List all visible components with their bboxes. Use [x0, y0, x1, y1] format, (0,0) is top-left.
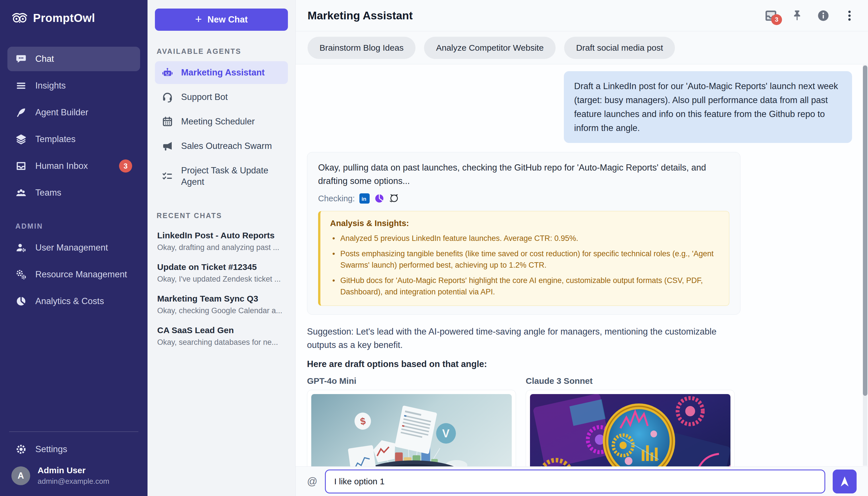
chip-analyze-competitor-website[interactable]: Analyze Competitor Website	[424, 37, 556, 59]
model-label: Claude 3 Sonnet	[526, 376, 735, 386]
admin-section-label: ADMIN	[15, 222, 132, 230]
analysis-bullet: GitHub docs for 'Auto-Magic Reports' hig…	[330, 275, 719, 297]
recent-chat-item[interactable]: Marketing Team Sync Q3 Okay, checking Go…	[155, 289, 288, 320]
recent-chat-title: Update on Ticket #12345	[157, 262, 285, 272]
sidebar-nav: Chat Insights Agent Builder Templates Hu…	[7, 47, 140, 205]
analysis-bullet: Posts emphasizing tangible benefits (lik…	[330, 248, 719, 271]
sidebar-item-label: Agent Builder	[35, 107, 88, 118]
recent-chat-title: LinkedIn Post - Auto Reports	[157, 231, 285, 240]
draft-option-gpt4o-mini: GPT-4o Mini	[307, 376, 516, 466]
human-inbox-badge: 3	[119, 159, 132, 173]
user-profile[interactable]: A Admin User admin@example.com	[7, 462, 140, 486]
sidebar-item-insights[interactable]: Insights	[7, 74, 140, 98]
page-title: Marketing Assistant	[308, 10, 413, 22]
chat-scroll-area: Draft a LinkedIn post for our 'Auto-Magi…	[296, 64, 868, 466]
scrollbar-thumb[interactable]	[863, 65, 867, 396]
recent-chat-preview: Okay, searching databases for ne...	[157, 338, 285, 347]
agent-item-meeting-scheduler[interactable]: Meeting Scheduler	[155, 110, 288, 133]
sidebar-item-label: Human Inbox	[35, 161, 88, 171]
main-area: Marketing Assistant 3 Brainstorm Blog Id…	[296, 0, 868, 496]
new-chat-button[interactable]: + New Chat	[155, 9, 288, 31]
draft-options-row: GPT-4o Mini	[307, 376, 852, 466]
chip-brainstorm-blog-ideas[interactable]: Brainstorm Blog Ideas	[308, 37, 416, 59]
kebab-menu-icon[interactable]	[843, 9, 856, 22]
sidebar-item-label: Analytics & Costs	[35, 296, 104, 306]
promptowl-logo-icon	[11, 11, 28, 25]
sidebar-divider	[9, 431, 138, 432]
header-inbox-badge: 3	[771, 14, 782, 25]
agent-name: Project Task & Update Agent	[181, 165, 281, 188]
composer-bar: @	[296, 466, 868, 496]
layers-icon	[15, 134, 27, 145]
calendar-icon	[162, 116, 173, 127]
sidebar-item-label: Templates	[35, 134, 76, 144]
recent-chat-item[interactable]: CA SaaS Lead Gen Okay, searching databas…	[155, 320, 288, 352]
assistant-intro-text: Okay, pulling data on past launches, che…	[318, 161, 729, 188]
agent-name: Meeting Scheduler	[181, 117, 255, 127]
new-chat-label: New Chat	[207, 15, 248, 25]
sidebar-item-label: Insights	[35, 81, 66, 91]
chat-header: Marketing Assistant 3	[296, 0, 868, 31]
model-label: GPT-4o Mini	[307, 376, 516, 386]
send-button[interactable]	[833, 469, 857, 493]
sidebar-item-chat[interactable]: Chat	[7, 47, 140, 71]
info-icon[interactable]	[817, 9, 830, 22]
pie-chart-icon	[15, 296, 27, 307]
feather-icon	[15, 107, 27, 118]
analysis-title: Analysis & Insights:	[330, 219, 719, 228]
generated-image-card[interactable]	[526, 390, 735, 466]
svg-text:in: in	[361, 196, 366, 202]
sidebar-item-user-management[interactable]: User Management	[7, 235, 140, 260]
at-mention-icon[interactable]: @	[307, 476, 317, 487]
suggestion-chips: Brainstorm Blog Ideas Analyze Competitor…	[296, 31, 868, 64]
user-name: Admin User	[37, 466, 109, 475]
agent-name: Marketing Assistant	[181, 67, 265, 78]
generated-image-magnifier-gears	[530, 394, 730, 466]
agent-name: Sales Outreach Swarm	[181, 141, 272, 151]
recent-chat-title: Marketing Team Sync Q3	[157, 294, 285, 304]
agent-item-project-task-update[interactable]: Project Task & Update Agent	[155, 159, 288, 193]
gears-icon	[15, 269, 27, 280]
megaphone-icon	[162, 140, 173, 152]
chat-bubble-icon	[15, 53, 27, 65]
agent-item-marketing-assistant[interactable]: Marketing Assistant	[155, 61, 288, 84]
people-icon	[15, 187, 27, 199]
checking-label: Checking:	[318, 194, 355, 203]
sidebar-item-label: User Management	[35, 243, 108, 253]
brand: PromptOwl	[7, 11, 140, 25]
sidebar-item-templates[interactable]: Templates	[7, 127, 140, 152]
admin-nav: User Management Resource Management Anal…	[7, 235, 140, 313]
draft-option-claude-3-sonnet: Claude 3 Sonnet	[526, 376, 735, 466]
chip-draft-social-media-post[interactable]: Draft social media post	[564, 37, 675, 59]
recent-chat-preview: Okay, I've updated Zendesk ticket ...	[157, 275, 285, 283]
recent-chats-label: RECENT CHATS	[157, 212, 286, 220]
linkedin-icon: in	[359, 193, 370, 204]
sidebar-item-analytics-costs[interactable]: Analytics & Costs	[7, 289, 140, 313]
sidebar-item-human-inbox[interactable]: Human Inbox 3	[7, 154, 140, 178]
generated-image-card[interactable]: $ V	[307, 390, 516, 466]
assistant-message-card: Okay, pulling data on past launches, che…	[307, 152, 740, 315]
gear-icon	[15, 444, 27, 455]
sidebar-item-label: Settings	[35, 444, 67, 454]
message-input[interactable]	[325, 469, 825, 493]
sidebar-item-label: Chat	[35, 54, 54, 64]
agent-item-support-bot[interactable]: Support Bot	[155, 86, 288, 108]
inbox-tray-icon	[15, 160, 27, 172]
sidebar-item-resource-management[interactable]: Resource Management	[7, 262, 140, 287]
user-gear-icon	[15, 242, 27, 253]
sidebar-item-teams[interactable]: Teams	[7, 181, 140, 205]
recent-chat-item[interactable]: Update on Ticket #12345 Okay, I've updat…	[155, 257, 288, 289]
recent-chat-title: CA SaaS Lead Gen	[157, 325, 285, 335]
pin-icon[interactable]	[791, 9, 804, 22]
draft-options-intro: Here are draft options based on that ang…	[307, 359, 852, 369]
sidebar-item-settings[interactable]: Settings	[7, 437, 140, 462]
recent-chat-preview: Okay, drafting and analyzing past ...	[157, 243, 285, 252]
analytics-pie-icon	[374, 193, 385, 204]
notifications-inbox-icon[interactable]: 3	[764, 9, 777, 22]
left-sidebar: PromptOwl Chat Insights Agent Builder Te…	[0, 0, 148, 496]
robot-icon	[162, 67, 173, 78]
agent-item-sales-outreach-swarm[interactable]: Sales Outreach Swarm	[155, 135, 288, 157]
agents-panel: + New Chat AVAILABLE AGENTS Marketing As…	[148, 0, 296, 496]
recent-chat-item[interactable]: LinkedIn Post - Auto Reports Okay, draft…	[155, 226, 288, 257]
sidebar-item-agent-builder[interactable]: Agent Builder	[7, 100, 140, 125]
